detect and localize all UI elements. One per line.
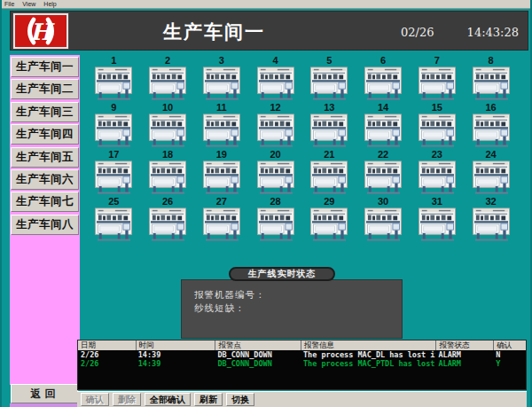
machine-number: 3 — [219, 55, 224, 67]
machine-1[interactable]: 1 — [87, 55, 141, 102]
knitting-machine-icon — [149, 207, 186, 241]
knitting-machine-icon — [419, 113, 456, 147]
machine-32[interactable]: 32 — [464, 196, 518, 243]
knitting-machine-icon — [473, 113, 510, 147]
machine-number: 23 — [432, 149, 442, 160]
machine-6[interactable]: 6 — [356, 55, 411, 102]
machine-24[interactable]: 24 — [464, 149, 518, 196]
machine-11[interactable]: 11 — [195, 102, 249, 149]
machine-number: 32 — [486, 196, 497, 207]
alarm-cell: N — [493, 350, 526, 359]
menu-item-view[interactable]: View — [22, 1, 35, 7]
machine-number: 2 — [165, 55, 170, 67]
machine-23[interactable]: 23 — [411, 149, 465, 196]
knitting-machine-icon — [149, 67, 186, 100]
knitting-machine-icon — [473, 67, 510, 100]
machine-18[interactable]: 18 — [141, 149, 195, 196]
header: H 生产车间一 02/26 14:43:28 — [10, 11, 528, 51]
menu-item-file[interactable]: File — [4, 1, 14, 7]
status-line: 纱线短缺： — [194, 301, 402, 315]
machine-8[interactable]: 8 — [464, 55, 518, 102]
menu-bar: FileViewHelp — [2, 0, 532, 9]
knitting-machine-icon — [364, 67, 402, 100]
machine-number: 8 — [489, 55, 494, 67]
machine-14[interactable]: 14 — [356, 102, 411, 149]
machine-20[interactable]: 20 — [248, 149, 302, 196]
ack-all-button[interactable]: 全部确认 — [145, 393, 191, 406]
knitting-machine-icon — [149, 113, 186, 147]
workshop-buttons: 生产车间一生产车间二生产车间三生产车间四生产车间五生产车间六生产车间七生产车间八 — [10, 57, 80, 235]
alarm-table: 日期时间报警点报警信息报警状态确认 2/2614:39DB_CONN_DOWNT… — [77, 340, 527, 390]
alarm-cell: DB_CONN_DOWN — [215, 359, 301, 368]
machine-number: 22 — [378, 149, 388, 160]
sidebar: 生产车间一生产车间二生产车间三生产车间四生产车间五生产车间六生产车间七生产车间八 — [10, 55, 80, 385]
menu-item-help[interactable]: Help — [43, 1, 56, 7]
machine-number: 6 — [380, 55, 386, 67]
knitting-machine-icon — [149, 160, 186, 194]
alarm-row[interactable]: 2/2614:39DB_CONN_DOWNThe process MAC_DL … — [78, 350, 526, 359]
machine-10[interactable]: 10 — [141, 102, 195, 149]
machine-number: 18 — [162, 149, 173, 160]
status-panel: 报警机器编号：纱线短缺： — [181, 279, 403, 339]
sidebar-item-workshop-5[interactable]: 生产车间五 — [11, 147, 79, 168]
alarm-table-header: 日期时间报警点报警信息报警状态确认 — [78, 340, 526, 350]
switch-button[interactable]: 切换 — [226, 393, 254, 406]
machine-number: 25 — [108, 196, 119, 207]
knitting-machine-icon — [257, 160, 294, 194]
back-button[interactable]: 返回 — [11, 384, 79, 403]
alarm-cell: The process MAC_PTDL has lost its .. — [301, 359, 435, 368]
machine-13[interactable]: 13 — [302, 102, 356, 149]
header-date: 02/26 — [401, 26, 434, 39]
machine-31[interactable]: 31 — [411, 196, 465, 243]
knitting-machine-icon — [473, 160, 510, 194]
alarm-cell: 14:39 — [136, 359, 215, 368]
alarm-table-body: 2/2614:39DB_CONN_DOWNThe process MAC_DL … — [78, 350, 526, 368]
sidebar-item-workshop-2[interactable]: 生产车间二 — [11, 79, 79, 99]
machine-16[interactable]: 16 — [464, 102, 518, 149]
knitting-machine-icon — [310, 113, 348, 147]
knitting-machine-icon — [203, 160, 240, 194]
machine-26[interactable]: 26 — [141, 196, 195, 243]
sidebar-item-workshop-7[interactable]: 生产车间七 — [11, 192, 79, 212]
sidebar-item-workshop-6[interactable]: 生产车间六 — [11, 169, 79, 190]
sidebar-item-workshop-1[interactable]: 生产车间一 — [11, 57, 79, 77]
sidebar-item-workshop-8[interactable]: 生产车间八 — [11, 215, 79, 235]
machine-number: 14 — [378, 102, 388, 113]
machine-27[interactable]: 27 — [195, 196, 249, 243]
machine-number: 11 — [216, 102, 227, 113]
machine-15[interactable]: 15 — [411, 102, 465, 149]
knitting-machine-icon — [310, 207, 348, 241]
machine-5[interactable]: 5 — [302, 55, 356, 102]
knitting-machine-icon — [364, 160, 402, 194]
machine-17[interactable]: 17 — [87, 149, 141, 196]
machine-number: 26 — [162, 196, 173, 207]
machine-3[interactable]: 3 — [195, 55, 249, 102]
column-header: 日期 — [78, 340, 136, 350]
machine-29[interactable]: 29 — [302, 196, 356, 243]
machine-number: 30 — [378, 196, 388, 207]
page-title: 生产车间一 — [163, 20, 265, 44]
machine-9[interactable]: 9 — [87, 102, 141, 149]
knitting-machine-icon — [95, 67, 132, 100]
logo-icon: H — [17, 16, 65, 46]
machine-28[interactable]: 28 — [248, 196, 302, 243]
machine-7[interactable]: 7 — [411, 55, 465, 102]
knitting-machine-icon — [364, 207, 402, 241]
machine-2[interactable]: 2 — [141, 55, 195, 102]
sidebar-item-workshop-3[interactable]: 生产车间三 — [11, 102, 79, 122]
machine-21[interactable]: 21 — [302, 149, 356, 196]
machine-19[interactable]: 19 — [195, 149, 249, 196]
ack-button: 确认 — [81, 393, 109, 406]
sidebar-item-workshop-4[interactable]: 生产车间四 — [11, 124, 79, 145]
alarm-cell: ALARM — [435, 350, 493, 359]
machine-4[interactable]: 4 — [248, 55, 302, 102]
refresh-button[interactable]: 刷新 — [194, 393, 223, 406]
machine-12[interactable]: 12 — [248, 102, 302, 149]
machine-22[interactable]: 22 — [356, 149, 411, 196]
knitting-machine-icon — [203, 67, 240, 100]
company-logo: H — [13, 13, 68, 49]
machine-25[interactable]: 25 — [87, 196, 141, 243]
alarm-cell: ALARM — [435, 359, 493, 368]
machine-30[interactable]: 30 — [356, 196, 411, 243]
alarm-row[interactable]: 2/2614:39DB_CONN_DOWNThe process MAC_PTD… — [78, 359, 526, 368]
